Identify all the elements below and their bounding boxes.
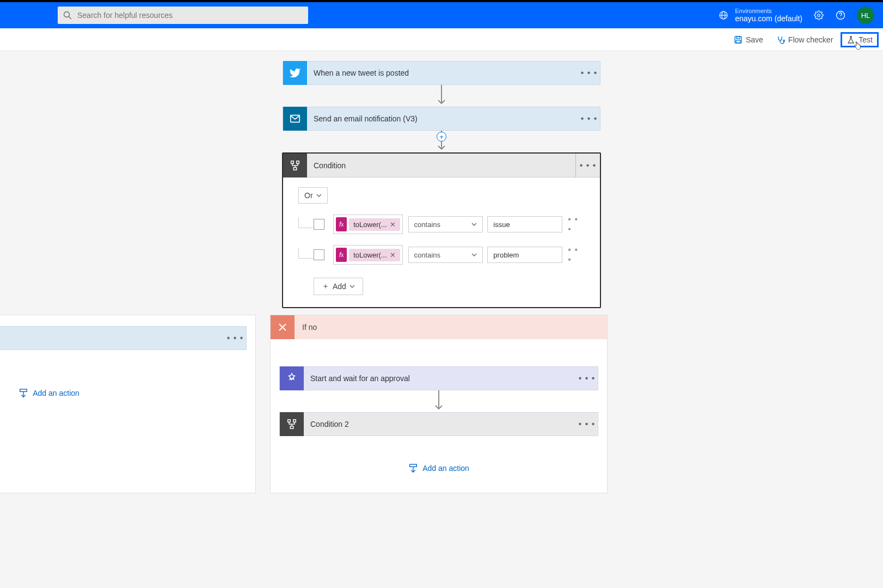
row-checkbox[interactable] [314, 219, 324, 230]
env-label: Environments [735, 8, 802, 14]
add-action-button[interactable]: Add an action [0, 388, 247, 398]
condition-title: Condition [307, 161, 575, 170]
fx-icon: fx [336, 248, 347, 262]
mail-icon [283, 107, 307, 131]
svg-rect-17 [293, 167, 297, 170]
mail-menu[interactable]: • • • [578, 114, 600, 124]
approval-title: Start and wait for an approval [304, 374, 576, 383]
add-action-icon [19, 388, 28, 398]
flow-canvas: When a new tweet is posted • • • Send an… [0, 51, 883, 515]
yes-card-title: rd [0, 334, 224, 342]
if-no-title: If no [295, 323, 324, 332]
if-yes-branch: rd • • • Add an action [0, 315, 256, 493]
chevron-down-icon [471, 222, 477, 227]
if-no-branch: If no Start and wait for an approval • •… [270, 315, 608, 493]
test-button[interactable]: Test [841, 32, 879, 47]
save-label: Save [746, 35, 763, 44]
condition-row: fx toLower(...✕ contains • • • [298, 215, 585, 234]
condition-icon [280, 412, 304, 436]
condition-card[interactable]: Condition • • • Or fx toLower(...✕ conta… [282, 152, 601, 308]
remove-token[interactable]: ✕ [390, 251, 396, 259]
insert-step-button[interactable]: + [437, 132, 446, 142]
gear-icon [814, 10, 824, 20]
fx-text: toLower(... [353, 220, 387, 229]
trigger-card[interactable]: When a new tweet is posted • • • [283, 61, 600, 85]
logic-selector[interactable]: Or [298, 187, 328, 204]
condition2-title: Condition 2 [304, 420, 576, 428]
add-condition-button[interactable]: ＋ Add [314, 278, 363, 295]
mail-card[interactable]: Send an email notification (V3) • • • [283, 107, 600, 131]
svg-rect-16 [297, 161, 299, 163]
svg-rect-23 [288, 420, 291, 422]
search-icon [63, 11, 72, 20]
card-menu[interactable]: • • • [576, 419, 598, 429]
expression-input[interactable]: fx toLower(...✕ [333, 245, 403, 265]
condition-menu[interactable]: • • • [576, 161, 600, 170]
remove-token[interactable]: ✕ [390, 220, 396, 229]
fx-icon: fx [336, 217, 347, 231]
svg-rect-18 [20, 389, 27, 392]
operator-label: contains [414, 251, 440, 259]
row-checkbox[interactable] [314, 249, 324, 260]
environment-picker[interactable]: Environments enayu.com (default) [719, 8, 802, 23]
add-label: Add [333, 282, 346, 291]
plus-icon: ＋ [322, 281, 329, 291]
logic-label: Or [304, 191, 313, 200]
mail-title: Send an email notification (V3) [307, 114, 578, 123]
chevron-down-icon [349, 284, 355, 289]
fx-text: toLower(... [353, 251, 387, 259]
trigger-menu[interactable]: • • • [578, 68, 600, 78]
svg-rect-24 [293, 420, 296, 422]
svg-point-11 [783, 40, 784, 41]
chevron-down-icon [316, 193, 322, 198]
action-bar: Save Flow checker Test [0, 28, 883, 51]
svg-line-1 [69, 17, 72, 20]
settings-button[interactable] [813, 10, 824, 21]
operator-select[interactable]: contains [408, 216, 483, 232]
operator-label: contains [414, 220, 440, 229]
condition2-card[interactable]: Condition 2 • • • [279, 412, 598, 436]
user-avatar[interactable]: HL [857, 7, 874, 24]
chevron-down-icon [471, 252, 477, 258]
flow-arrow [436, 85, 447, 107]
add-action-label: Add an action [33, 389, 79, 397]
flow-checker-label: Flow checker [788, 35, 833, 44]
flow-arrow [433, 390, 444, 412]
expression-input[interactable]: fx toLower(...✕ [333, 215, 403, 234]
svg-rect-10 [736, 40, 740, 43]
condition-row: fx toLower(...✕ contains • • • [298, 245, 585, 265]
no-icon [271, 315, 295, 339]
svg-point-5 [818, 14, 820, 17]
top-header: Environments enayu.com (default) HL [0, 2, 883, 28]
card-menu[interactable]: • • • [224, 333, 246, 343]
stethoscope-icon [776, 35, 785, 44]
env-name: enayu.com (default) [735, 14, 802, 23]
svg-rect-25 [290, 426, 293, 429]
value-input[interactable] [487, 247, 562, 263]
help-button[interactable] [835, 10, 846, 21]
card-menu[interactable]: • • • [576, 373, 598, 383]
search-input[interactable] [77, 11, 303, 20]
flow-checker-button[interactable]: Flow checker [771, 32, 838, 47]
add-action-button[interactable]: Add an action [279, 463, 598, 473]
add-action-icon [408, 463, 418, 473]
row-menu[interactable]: • • • [568, 245, 585, 265]
svg-rect-9 [737, 36, 740, 39]
value-input[interactable] [487, 216, 562, 232]
approval-card[interactable]: Start and wait for an approval • • • [279, 366, 598, 390]
operator-select[interactable]: contains [408, 247, 483, 263]
svg-rect-15 [291, 161, 294, 163]
row-menu[interactable]: • • • [568, 215, 585, 234]
condition-icon [283, 154, 307, 177]
svg-point-0 [64, 12, 70, 17]
save-button[interactable]: Save [728, 32, 769, 47]
approval-icon [280, 366, 304, 390]
twitter-icon [283, 61, 307, 85]
save-icon [734, 35, 743, 44]
environment-icon [719, 10, 728, 20]
cursor-icon [853, 41, 862, 50]
add-action-label: Add an action [422, 464, 469, 473]
yes-inner-card[interactable]: rd • • • [0, 326, 247, 350]
help-icon [836, 10, 845, 20]
search-box[interactable] [58, 7, 308, 24]
